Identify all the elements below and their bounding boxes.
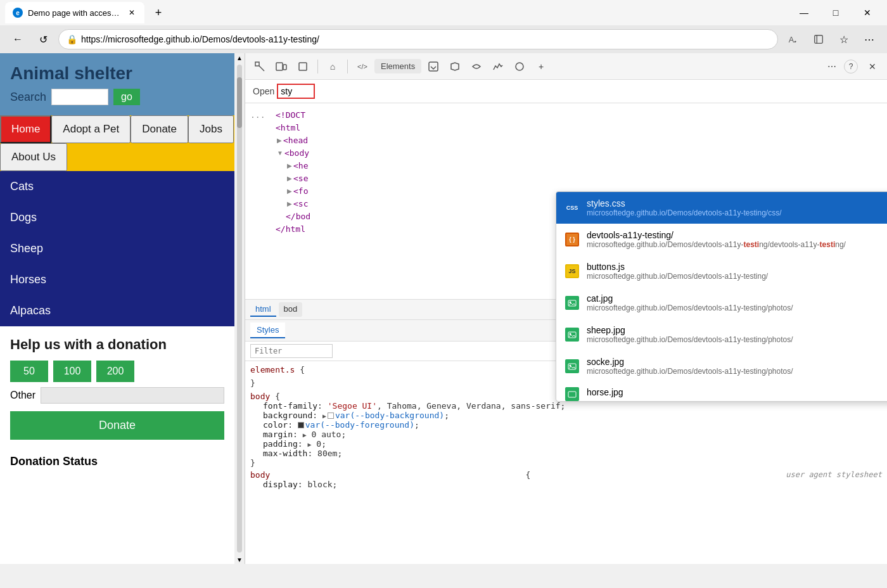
prop-margin: margin: ▶ 0 auto; [250,430,882,439]
bod-tab[interactable]: bod [279,302,303,317]
dropdown-item-styles-css[interactable]: CSS styles.css microsoftedge.github.io/D… [556,192,887,224]
scroll-track [237,65,242,553]
svg-text:A𝅘: A𝅘 [789,35,796,44]
search-input[interactable] [51,89,108,105]
add-panel-button[interactable]: + [532,57,551,76]
tab-favicon: e [13,8,23,18]
search-label: Search [10,91,46,104]
open-file-dropdown: CSS styles.css microsoftedge.github.io/D… [556,191,887,402]
record-button[interactable] [510,57,529,76]
code-line: ▶ <se [250,172,882,184]
close-button[interactable]: ✕ [853,3,882,23]
elements-tab-button[interactable]: </> [353,57,372,76]
add-to-sidebar-button[interactable] [808,29,829,49]
item-name-horse: horse.jpg [587,387,887,397]
dropdown-item-buttons-js[interactable]: JS buttons.js microsoftedge.github.io/De… [556,255,887,287]
network-button[interactable] [467,57,486,76]
dropdown-item-devtools-html[interactable]: { } devtools-a11y-testing/ microsoftedge… [556,224,887,255]
elements-tab-label[interactable]: Elements [374,59,421,74]
background-color-swatch [328,412,334,419]
dropdown-item-cat[interactable]: cat.jpg microsoftedge.github.io/Demos/de… [556,287,887,319]
devtools-close-button[interactable]: ✕ [863,57,882,76]
settings-button[interactable]: ⋯ [859,29,879,49]
animal-horses[interactable]: Horses [0,264,234,295]
console-button[interactable] [424,57,443,76]
scroll-thumb[interactable] [237,77,242,128]
sources-button[interactable] [445,57,464,76]
nav-adopt[interactable]: Adopt a Pet [51,115,131,143]
expand-head[interactable]: ▶ [276,136,283,145]
styles-tab[interactable]: Styles [250,323,285,338]
site-header: Animal shelter Search go [0,53,234,115]
animal-sheep[interactable]: Sheep [0,233,234,264]
other-label: Other [10,390,35,401]
open-file-bar: Open [245,80,887,103]
nav-donate[interactable]: Donate [131,115,188,143]
inspect-button[interactable] [250,57,269,76]
scroll-down-button[interactable]: ▼ [235,555,244,564]
prop-display: display: block; [250,480,882,489]
amount-200[interactable]: 200 [96,361,134,382]
tab-close-button[interactable]: ✕ [127,8,137,18]
amount-100[interactable]: 100 [53,361,91,382]
amount-50[interactable]: 50 [10,361,48,382]
expand-sc[interactable]: ▶ [286,199,293,208]
scroll-up-button[interactable]: ▲ [235,53,244,62]
dropdown-item-horse[interactable]: horse.jpg [556,382,887,401]
filter-input[interactable] [250,344,333,358]
maximize-button[interactable]: □ [821,3,850,23]
go-button[interactable]: go [113,89,140,105]
device-emulation-button[interactable] [272,57,291,76]
donation-amounts: 50 100 200 [10,361,224,382]
dropdown-list: CSS styles.css microsoftedge.github.io/D… [556,192,887,401]
item-content-cat: cat.jpg microsoftedge.github.io/Demos/de… [587,293,887,312]
refresh-button[interactable]: ↺ [33,29,53,49]
minimize-button[interactable]: — [789,3,819,23]
more-tools-button[interactable]: ⋯ [822,57,841,76]
img-icon-cat [565,296,579,310]
item-url-socke: microsoftedge.github.io/Demos/devtools-a… [587,367,887,376]
dropdown-content: CSS styles.css microsoftedge.github.io/D… [556,192,887,401]
nav-home[interactable]: Home [0,115,51,143]
prop-background: background: ▶var(--body-background); [250,411,882,420]
devtools-container: Open ...<!DOCT <html ▶ <head ▼ <body ▶ <… [245,80,887,564]
expand-body[interactable]: ▼ [276,148,284,158]
address-bar: ← ↺ 🔒 https://microsoftedge.github.io/De… [0,25,887,53]
html-tab[interactable]: html [250,302,276,317]
url-bar[interactable]: 🔒 https://microsoftedge.github.io/Demos/… [58,29,778,49]
layers-button[interactable] [293,57,312,76]
back-button[interactable]: ← [8,29,28,49]
home-button[interactable]: ⌂ [323,57,342,76]
animal-dogs[interactable]: Dogs [0,202,234,233]
animal-alpacas[interactable]: Alpacas [0,295,234,326]
prop-color: color: var(--body-foreground); [250,420,882,430]
webpage-scrollbar[interactable]: ▲ ▼ [234,53,245,564]
expand-fo[interactable]: ▶ [286,186,293,196]
nav-jobs[interactable]: Jobs [188,115,234,143]
other-amount-input[interactable] [41,387,224,404]
expand-se[interactable]: ▶ [286,174,293,183]
svg-rect-1 [815,35,823,44]
dropdown-item-sheep[interactable]: sheep.jpg microsoftedge.github.io/Demos/… [556,319,887,350]
new-tab-button[interactable]: + [150,4,167,22]
code-line: ...<!DOCT [250,108,882,121]
performance-button[interactable] [488,57,507,76]
donation-status: Donation Status [0,450,234,473]
open-file-input[interactable] [277,84,315,99]
donate-button[interactable]: Donate [10,411,224,440]
read-aloud-button[interactable]: A𝅘 [783,29,803,49]
favorites-button[interactable]: ☆ [834,29,854,49]
help-button[interactable]: ? [844,60,858,74]
item-content-js: buttons.js microsoftedge.github.io/Demos… [587,262,887,281]
svg-rect-4 [283,65,286,70]
webpage-panel: Animal shelter Search go Home Adopt a Pe… [0,53,234,564]
expand-background[interactable]: ▶ [322,412,326,419]
dropdown-item-socke[interactable]: socke.jpg microsoftedge.github.io/Demos/… [556,350,887,382]
css-icon: CSS [565,201,579,215]
browser-tab[interactable]: e Demo page with accessibility issu ✕ [5,2,144,23]
animal-cats[interactable]: Cats [0,171,234,202]
item-url-styles: microsoftedge.github.io/Demos/devtools-a… [587,208,887,217]
item-name-socke: socke.jpg [587,357,887,367]
expand-he[interactable]: ▶ [286,161,293,170]
nav-about[interactable]: About Us [0,143,67,171]
